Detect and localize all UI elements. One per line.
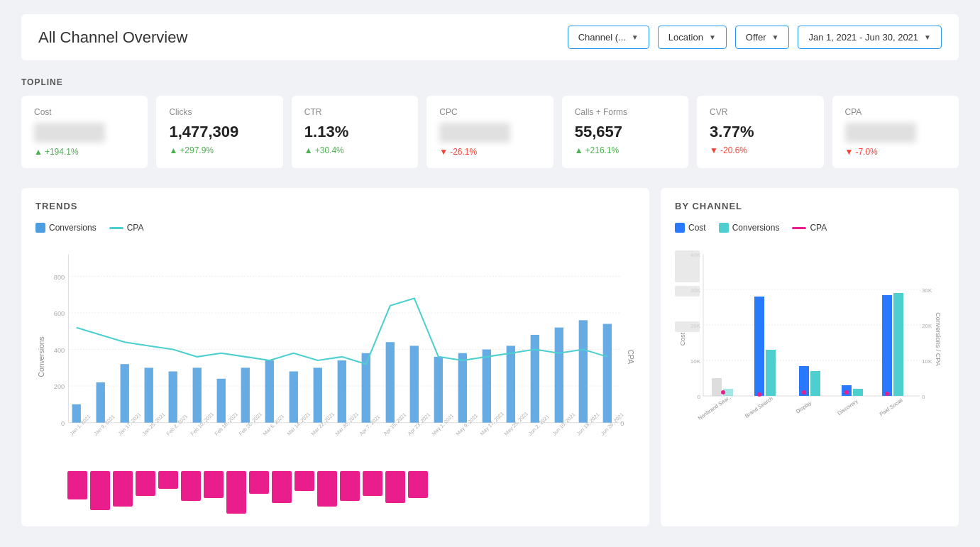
svg-point-85 xyxy=(757,392,761,397)
up-arrow-icon: ▲ xyxy=(304,145,313,155)
trends-legend: Conversions CPA xyxy=(35,223,635,233)
cpa-bar xyxy=(90,471,110,510)
svg-text:CPA: CPA xyxy=(627,350,634,365)
offer-filter-label: Offer xyxy=(746,32,766,43)
clicks-card: Clicks 1,477,309 ▲ +297.9% xyxy=(156,96,282,168)
svg-rect-29 xyxy=(434,357,443,423)
location-filter[interactable]: Location ▼ xyxy=(658,26,727,49)
svg-rect-27 xyxy=(386,342,395,422)
cpa-card: CPA ▼ -7.0% xyxy=(832,96,959,168)
conversions-ch-legend-icon xyxy=(719,223,729,233)
offer-filter[interactable]: Offer ▼ xyxy=(735,26,790,49)
cpa-bar xyxy=(226,471,246,514)
cvr-card: CVR 3.77% ▼ -20.6% xyxy=(697,96,823,168)
chevron-down-icon: ▼ xyxy=(709,33,716,41)
svg-point-82 xyxy=(721,390,725,394)
svg-text:10K: 10K xyxy=(690,358,701,365)
svg-rect-18 xyxy=(169,371,177,422)
cpa-bar xyxy=(408,471,428,498)
chevron-down-icon: ▼ xyxy=(924,33,931,41)
by-channel-title: BY CHANNEL xyxy=(675,201,945,211)
svg-text:0: 0 xyxy=(620,420,624,427)
svg-rect-21 xyxy=(241,368,250,422)
legend-conversions: Conversions xyxy=(35,223,97,233)
svg-text:Cost: Cost xyxy=(679,332,686,346)
cpa-bar xyxy=(385,471,405,503)
ctr-card: CTR 1.13% ▲ +30.4% xyxy=(292,96,418,168)
cpa-change: ▼ -7.0% xyxy=(845,147,946,157)
svg-text:Discovery: Discovery xyxy=(836,398,859,416)
channel-chart: Cost Conversions / CPA 0 10K 20K 30K 40K xyxy=(675,240,945,438)
svg-rect-20 xyxy=(217,379,226,423)
location-filter-label: Location xyxy=(668,32,703,43)
by-channel-section: BY CHANNEL Cost Conversions CPA xyxy=(661,188,959,526)
channel-filter[interactable]: Channel (... ▼ xyxy=(568,26,649,49)
cost-legend-icon xyxy=(675,223,685,233)
trends-section: TRENDS Conversions CPA Conversions CPA xyxy=(21,188,649,526)
svg-rect-19 xyxy=(193,368,202,422)
ctr-change: ▲ +30.4% xyxy=(304,145,405,155)
main-container: All Channel Overview Channel (... ▼ Loca… xyxy=(0,0,980,547)
cpa-value xyxy=(845,123,916,143)
cpa-legend-label: CPA xyxy=(127,223,144,233)
cpa-bar xyxy=(294,471,314,491)
header: All Channel Overview Channel (... ▼ Loca… xyxy=(21,14,959,60)
topline-section: TOPLINE Cost ▲ +194.1% Clicks 1,477,309 … xyxy=(21,77,959,168)
chevron-down-icon: ▼ xyxy=(632,33,639,41)
conversions-ch-legend-label: Conversions xyxy=(732,223,780,233)
svg-point-88 xyxy=(802,390,806,394)
cpc-value xyxy=(439,123,510,143)
svg-text:Brand Search: Brand Search xyxy=(744,395,774,419)
down-arrow-icon: ▼ xyxy=(439,147,448,157)
cpa-bar xyxy=(317,471,337,507)
cpa-bar xyxy=(204,471,224,498)
svg-text:30K: 30K xyxy=(922,287,932,294)
up-arrow-icon: ▲ xyxy=(34,147,43,157)
svg-text:400: 400 xyxy=(54,347,65,354)
svg-rect-16 xyxy=(121,364,129,422)
cpa-bar xyxy=(272,471,292,503)
cost-card: Cost ▲ +194.1% xyxy=(21,96,148,168)
svg-rect-22 xyxy=(265,360,274,423)
legend-cpa: CPA xyxy=(109,223,144,233)
svg-text:200: 200 xyxy=(54,383,65,390)
bar-group xyxy=(72,320,612,422)
cpa-bar xyxy=(363,471,382,496)
cpa-ch-legend-label: CPA xyxy=(810,223,827,233)
svg-text:0: 0 xyxy=(922,394,925,400)
cpa-label: CPA xyxy=(845,107,946,117)
clicks-value: 1,477,309 xyxy=(169,123,270,141)
cpa-ch-legend-icon xyxy=(792,227,806,229)
filters: Channel (... ▼ Location ▼ Offer ▼ Jan 1,… xyxy=(568,26,942,49)
svg-rect-32 xyxy=(507,346,515,422)
calls-forms-change: ▲ +216.1% xyxy=(575,145,676,155)
svg-rect-23 xyxy=(290,371,298,422)
cpa-bar xyxy=(136,471,155,496)
trends-title: TRENDS xyxy=(35,201,635,211)
calls-forms-label: Calls + Forms xyxy=(575,107,676,117)
channel-chart-area: Cost Conversions / CPA 0 10K 20K 30K 40K xyxy=(675,240,945,441)
cvr-value: 3.77% xyxy=(710,123,810,141)
svg-text:600: 600 xyxy=(54,310,65,317)
daterange-filter[interactable]: Jan 1, 2021 - Jun 30, 2021 ▼ xyxy=(798,26,942,49)
cost-change: ▲ +194.1% xyxy=(34,147,135,157)
down-arrow-icon: ▼ xyxy=(845,147,854,157)
topline-label: TOPLINE xyxy=(21,77,959,87)
svg-point-94 xyxy=(885,392,889,396)
svg-text:0: 0 xyxy=(698,394,701,400)
svg-text:Nonbrand Sear...: Nonbrand Sear... xyxy=(697,393,734,421)
svg-rect-34 xyxy=(555,328,563,423)
channel-legend: Cost Conversions CPA xyxy=(675,223,945,233)
trends-chart: Conversions CPA 0 200 400 600 800 xyxy=(35,240,635,466)
page-title: All Channel Overview xyxy=(38,28,187,47)
cpa-bar xyxy=(67,471,87,499)
cpa-bar xyxy=(340,471,360,501)
legend-cpa-ch: CPA xyxy=(792,223,827,233)
channel-filter-label: Channel (... xyxy=(578,32,626,43)
svg-rect-78 xyxy=(675,286,700,297)
daterange-filter-label: Jan 1, 2021 - Jun 30, 2021 xyxy=(808,32,918,43)
svg-text:Conversions: Conversions xyxy=(38,336,45,377)
conversions-legend-icon xyxy=(35,223,45,233)
svg-text:Conversions / CPA: Conversions / CPA xyxy=(935,312,942,365)
svg-text:800: 800 xyxy=(54,274,65,281)
